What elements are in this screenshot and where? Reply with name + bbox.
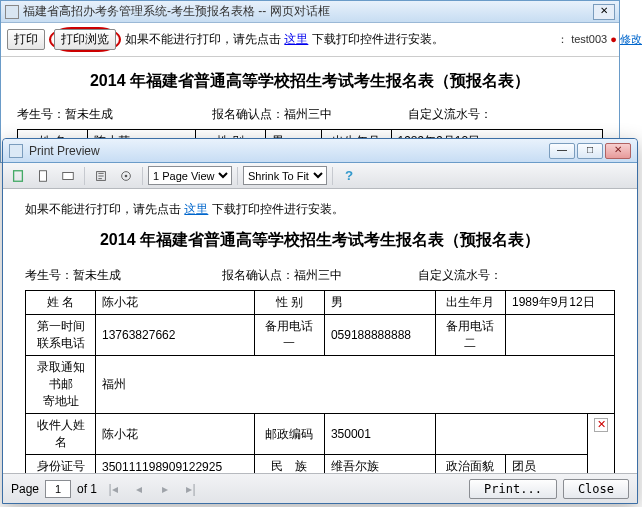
dialog-title: 福建省高招办考务管理系统-考生预报名表格 -- 网页对话框: [23, 3, 593, 20]
dialog-toolbar: 打印 打印浏览 如果不能进行打印，请先点击 这里 下载打印控件进行安装。: [1, 23, 619, 57]
next-page-icon[interactable]: ▸: [155, 480, 175, 498]
print-preview-button[interactable]: 打印浏览: [54, 29, 116, 50]
table-row: 第一时间 联系电话 13763827662 备用电话一 059188888888…: [26, 315, 615, 356]
form-heading: 2014 年福建省普通高等学校招生考试考生报名表（预报名表）: [25, 230, 615, 251]
install-note: 如果不能进行打印，请先点击 这里 下载打印控件进行安装。: [125, 31, 444, 48]
minimize-button[interactable]: —: [549, 143, 575, 159]
print-button[interactable]: 打印: [7, 29, 45, 50]
broken-image-icon: ✕: [594, 418, 608, 432]
headers-icon[interactable]: [115, 166, 137, 186]
info-row: 考生号：暂未生成 报名确认点：福州三中 自定义流水号：: [17, 106, 603, 123]
close-button[interactable]: ✕: [605, 143, 631, 159]
help-icon[interactable]: ?: [338, 166, 360, 186]
page-of: of 1: [77, 482, 97, 496]
svg-rect-0: [14, 170, 23, 181]
dialog-titlebar: 福建省高招办考务管理系统-考生预报名表格 -- 网页对话框 ✕: [1, 1, 619, 23]
close-button[interactable]: Close: [563, 479, 629, 499]
side-user-strip: ： test003 ● 修改: [557, 32, 642, 47]
table-row: 姓 名 陈小花 性 别 男 出生年月 1989年9月12日: [26, 291, 615, 315]
form-heading: 2014 年福建省普通高等学校招生考试考生报名表（预报名表）: [17, 71, 603, 92]
close-icon[interactable]: ✕: [593, 4, 615, 20]
preview-title: Print Preview: [29, 144, 547, 158]
page-setup-icon[interactable]: [90, 166, 112, 186]
separator: [142, 167, 143, 185]
preview-footer: Page of 1 |◂ ◂ ▸ ▸| Print... Close: [3, 473, 637, 503]
download-link[interactable]: 这里: [184, 202, 208, 216]
separator: [237, 167, 238, 185]
page-number-input[interactable]: [45, 480, 71, 498]
print-preview-window: Print Preview — □ ✕ 1 Page View Shrink T…: [2, 138, 638, 504]
preview-titlebar: Print Preview — □ ✕: [3, 139, 637, 163]
preview-body: 如果不能进行打印，请先点击 这里 下载打印控件进行安装。 2014 年福建省普通…: [3, 189, 637, 473]
current-user: test003: [571, 33, 607, 45]
separator: [84, 167, 85, 185]
bullet-icon: ●: [610, 33, 620, 45]
prev-page-icon[interactable]: ◂: [129, 480, 149, 498]
download-link[interactable]: 这里: [284, 32, 308, 46]
info-row: 考生号：暂未生成 报名确认点：福州三中 自定义流水号：: [25, 267, 615, 284]
edit-link[interactable]: 修改: [620, 33, 642, 45]
last-page-icon[interactable]: ▸|: [181, 480, 201, 498]
fit-select[interactable]: Shrink To Fit: [243, 166, 327, 185]
install-note: 如果不能进行打印，请先点击 这里 下载打印控件进行安装。: [25, 201, 615, 218]
dialog-favicon-icon: [5, 5, 19, 19]
page-label: Page: [11, 482, 39, 496]
portrait-icon[interactable]: [32, 166, 54, 186]
highlight-circle: 打印浏览: [49, 27, 121, 52]
separator: [332, 167, 333, 185]
svg-rect-2: [63, 172, 74, 179]
landscape-icon[interactable]: [57, 166, 79, 186]
svg-point-5: [125, 174, 128, 177]
document-icon[interactable]: [7, 166, 29, 186]
svg-rect-1: [40, 170, 47, 181]
first-page-icon[interactable]: |◂: [103, 480, 123, 498]
preview-favicon-icon: [9, 144, 23, 158]
print-button[interactable]: Print...: [469, 479, 557, 499]
preview-toolbar: 1 Page View Shrink To Fit ?: [3, 163, 637, 189]
table-row: 录取通知书邮 寄地址 福州: [26, 356, 615, 414]
table-row: 身份证号 350111198909122925 民 族 维吾尔族 政治面貌 团员: [26, 455, 615, 474]
page-view-select[interactable]: 1 Page View: [148, 166, 232, 185]
table-row: 收件人姓名 陈小花 邮政编码 350001 ✕: [26, 414, 615, 455]
maximize-button[interactable]: □: [577, 143, 603, 159]
registration-table: 姓 名 陈小花 性 别 男 出生年月 1989年9月12日 第一时间 联系电话 …: [25, 290, 615, 473]
